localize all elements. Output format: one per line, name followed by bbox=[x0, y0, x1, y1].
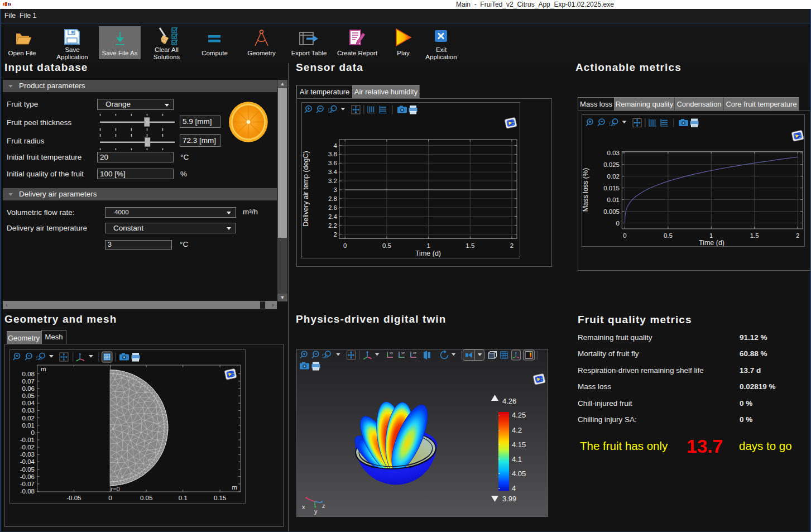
svg-text:2.2: 2.2 bbox=[328, 222, 337, 229]
svg-text:1: 1 bbox=[709, 232, 713, 239]
svg-text:0.03: 0.03 bbox=[22, 407, 35, 414]
svg-text:-0.06: -0.06 bbox=[20, 473, 35, 480]
svg-text:0.05: 0.05 bbox=[140, 495, 152, 501]
svg-text:4.26: 4.26 bbox=[502, 397, 516, 405]
svg-text:3.2: 3.2 bbox=[328, 178, 337, 184]
svg-text:1: 1 bbox=[426, 242, 430, 249]
svg-text:0.005: 0.005 bbox=[603, 208, 620, 215]
svg-text:4.25: 4.25 bbox=[512, 411, 526, 419]
svg-text:x: x bbox=[302, 504, 305, 510]
svg-text:4.15: 4.15 bbox=[512, 440, 526, 449]
svg-text:Delivery air temp (degC): Delivery air temp (degC) bbox=[302, 151, 310, 226]
svg-text:4: 4 bbox=[512, 484, 516, 492]
svg-text:4.1: 4.1 bbox=[512, 455, 522, 463]
svg-text:2: 2 bbox=[334, 231, 337, 238]
svg-text:0.06: 0.06 bbox=[22, 385, 35, 392]
svg-text:-0.05: -0.05 bbox=[20, 466, 35, 473]
svg-text:Time (d): Time (d) bbox=[699, 239, 724, 246]
svg-text:0.04: 0.04 bbox=[22, 400, 35, 406]
svg-text:3: 3 bbox=[334, 186, 337, 193]
svg-text:3.6: 3.6 bbox=[328, 160, 337, 166]
svg-text:3.4: 3.4 bbox=[328, 169, 338, 175]
svg-text:0: 0 bbox=[108, 495, 112, 501]
svg-text:1.5: 1.5 bbox=[750, 232, 759, 239]
svg-text:0.08: 0.08 bbox=[22, 371, 35, 377]
svg-text:0.03: 0.03 bbox=[607, 150, 620, 156]
svg-text:0.5: 0.5 bbox=[382, 242, 391, 249]
svg-text:-0.03: -0.03 bbox=[20, 451, 35, 458]
svg-text:-0.05: -0.05 bbox=[66, 495, 81, 501]
svg-text:Mass loss (%): Mass loss (%) bbox=[582, 168, 589, 212]
svg-text:0.015: 0.015 bbox=[603, 185, 620, 191]
svg-text:4.2: 4.2 bbox=[512, 426, 522, 434]
svg-text:-0.08: -0.08 bbox=[20, 488, 35, 495]
svg-text:1.5: 1.5 bbox=[466, 242, 474, 249]
svg-text:m: m bbox=[41, 366, 46, 372]
svg-text:r=0: r=0 bbox=[111, 486, 120, 492]
svg-text:0: 0 bbox=[343, 242, 347, 249]
svg-text:0.5: 0.5 bbox=[664, 232, 673, 239]
svg-text:-0.07: -0.07 bbox=[20, 481, 35, 487]
svg-text:Time (d): Time (d) bbox=[415, 250, 441, 257]
svg-text:3.99: 3.99 bbox=[502, 495, 516, 503]
svg-text:0.07: 0.07 bbox=[22, 378, 35, 385]
svg-text:0.01: 0.01 bbox=[22, 422, 35, 429]
svg-text:0.02: 0.02 bbox=[607, 173, 620, 180]
svg-text:0.1: 0.1 bbox=[179, 495, 188, 501]
svg-text:-0.04: -0.04 bbox=[20, 458, 35, 465]
svg-text:0: 0 bbox=[616, 220, 620, 227]
svg-text:yz: yz bbox=[401, 351, 405, 354]
svg-text:2: 2 bbox=[510, 242, 514, 249]
svg-text:-0.02: -0.02 bbox=[20, 444, 35, 450]
svg-text:z: z bbox=[322, 502, 325, 509]
svg-text:2: 2 bbox=[796, 232, 799, 239]
svg-text:0.025: 0.025 bbox=[603, 161, 620, 168]
svg-text:y: y bbox=[314, 508, 318, 515]
svg-text:3.8: 3.8 bbox=[328, 151, 337, 157]
svg-text:2.8: 2.8 bbox=[328, 195, 337, 202]
svg-text:0.02: 0.02 bbox=[22, 415, 35, 421]
svg-text:4: 4 bbox=[334, 142, 338, 149]
svg-text:xy: xy bbox=[390, 351, 393, 354]
svg-text:m: m bbox=[232, 484, 237, 491]
svg-text:0: 0 bbox=[623, 232, 626, 239]
svg-text:0.15: 0.15 bbox=[214, 495, 226, 501]
svg-text:-0.01: -0.01 bbox=[20, 437, 35, 443]
svg-text:4.05: 4.05 bbox=[512, 469, 526, 478]
svg-text:2.4: 2.4 bbox=[328, 213, 338, 220]
svg-text:0.01: 0.01 bbox=[607, 196, 620, 203]
svg-text:0: 0 bbox=[31, 429, 35, 436]
svg-text:0.05: 0.05 bbox=[22, 392, 35, 399]
svg-text:xz: xz bbox=[413, 351, 416, 354]
svg-text:2.6: 2.6 bbox=[328, 204, 337, 211]
